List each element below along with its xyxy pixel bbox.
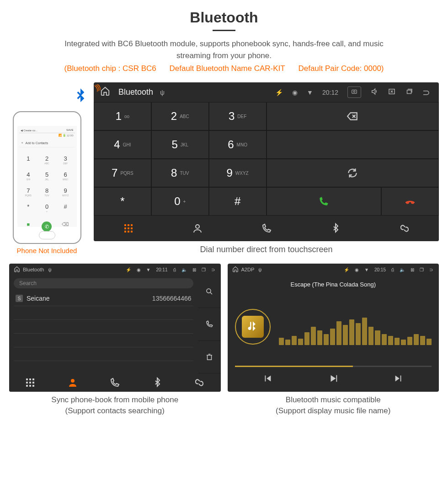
- viz-bar: [304, 332, 309, 345]
- home-icon[interactable]: [100, 86, 110, 98]
- music-note-icon: [242, 316, 264, 338]
- svg-rect-16: [29, 378, 31, 380]
- music-status-bar: A2DP ψ ⚡ ◉ ▼ 20:15 ⎙ 🔈 ⊠ ❐ ⊃: [228, 264, 439, 276]
- recent-apps-icon[interactable]: ❐: [420, 267, 424, 272]
- nav-call-log[interactable]: [94, 373, 136, 392]
- viz-bar: [349, 319, 354, 345]
- camera-icon[interactable]: [347, 86, 361, 98]
- nav-keypad[interactable]: [9, 373, 52, 392]
- volume-icon[interactable]: [370, 87, 379, 97]
- svg-rect-11: [128, 231, 129, 232]
- svg-rect-12: [131, 231, 133, 232]
- nav-keypad[interactable]: [94, 216, 163, 241]
- viz-bar: [343, 325, 348, 345]
- svg-rect-4: [124, 224, 126, 226]
- key-1[interactable]: 1oo: [94, 102, 151, 130]
- key-8[interactable]: 8TUV: [151, 159, 209, 187]
- play-pause-button[interactable]: [328, 373, 338, 385]
- volume-icon[interactable]: 🔈: [400, 267, 405, 272]
- phone-header-save: SAVE: [66, 129, 74, 132]
- phone-status-icons: 📶 🔋 12:00: [19, 133, 75, 139]
- phone-caption: Phone Not Included: [9, 247, 85, 254]
- prev-track-button[interactable]: [262, 373, 272, 385]
- camera-icon[interactable]: ⎙: [173, 267, 176, 272]
- svg-rect-5: [128, 224, 129, 226]
- side-delete-icon[interactable]: [198, 341, 221, 373]
- nav-contacts[interactable]: [163, 216, 232, 241]
- key-6[interactable]: 6MNO: [209, 130, 267, 159]
- phone-action-video: ■: [19, 219, 38, 234]
- key-2[interactable]: 2ABC: [151, 102, 209, 130]
- side-search-icon[interactable]: [198, 276, 221, 308]
- nav-call-log[interactable]: [232, 216, 301, 241]
- key-0[interactable]: 0+: [151, 187, 209, 216]
- home-icon[interactable]: [14, 266, 20, 273]
- nav-bluetooth[interactable]: [301, 216, 370, 241]
- side-call-icon[interactable]: [198, 308, 221, 340]
- recent-apps-icon[interactable]: ❐: [202, 267, 206, 272]
- refresh-button[interactable]: [267, 159, 439, 187]
- contact-row[interactable]: S Seicane 13566664466: [14, 291, 193, 306]
- back-icon[interactable]: ⊃: [422, 87, 430, 98]
- nav-pair[interactable]: [370, 216, 439, 241]
- call-button[interactable]: [267, 187, 382, 216]
- close-app-icon[interactable]: ⊠: [192, 267, 196, 272]
- key-#[interactable]: #: [209, 187, 267, 216]
- phone-mockup-column: ◀ Create co... SAVE 📶 🔋 12:00 ＋Add to Co…: [9, 111, 85, 254]
- recent-apps-icon[interactable]: [405, 87, 413, 97]
- app-name: Bluetooth: [23, 267, 44, 272]
- backspace-button[interactable]: [267, 102, 439, 130]
- wifi-icon: ▼: [364, 267, 369, 272]
- progress-bar[interactable]: [235, 366, 432, 367]
- key-3[interactable]: 3DEF: [209, 102, 267, 130]
- bluetooth-icon: [71, 87, 90, 109]
- phone-key: 4GHI: [19, 168, 38, 184]
- specs-line: (Bluetooth chip : CSR BC6 Default Blueto…: [9, 64, 439, 73]
- nav-contacts[interactable]: [52, 373, 94, 392]
- svg-rect-3: [407, 90, 411, 94]
- svg-rect-8: [128, 227, 129, 229]
- phone-key: 8TUV: [37, 184, 56, 200]
- phone-key: 5JKL: [37, 168, 56, 184]
- close-app-icon[interactable]: [388, 87, 396, 97]
- viz-bar: [356, 323, 361, 345]
- nav-pair[interactable]: [178, 373, 221, 392]
- visualizer: [279, 308, 432, 345]
- key-7[interactable]: 7PQRS: [94, 159, 151, 187]
- svg-rect-20: [32, 382, 34, 384]
- spec-chip: (Bluetooth chip : CSR BC6: [64, 64, 156, 73]
- header-section: Bluetooth Integrated with BC6 Bluetooth …: [9, 9, 439, 73]
- next-track-button[interactable]: [394, 373, 404, 385]
- main-status-bar: Bluetooth ψ ⚡ ◉ ▼ 20:12 ⊃: [94, 82, 439, 102]
- home-icon[interactable]: [232, 266, 239, 273]
- spec-name: Default Bluetooth Name CAR-KIT: [169, 64, 285, 73]
- phone-home-button: [39, 231, 55, 239]
- svg-point-24: [71, 379, 75, 383]
- volume-icon[interactable]: 🔈: [181, 267, 187, 272]
- camera-icon[interactable]: ⎙: [391, 267, 394, 272]
- svg-rect-22: [29, 385, 31, 387]
- wifi-icon: ▼: [307, 89, 313, 96]
- end-call-button[interactable]: [381, 187, 439, 216]
- empty-row: [14, 320, 193, 334]
- album-art-circle: [235, 309, 271, 345]
- app-name: A2DP: [241, 267, 255, 272]
- nav-bluetooth[interactable]: [136, 373, 179, 392]
- phone-key: #: [56, 200, 75, 216]
- key-*[interactable]: *: [94, 187, 151, 216]
- phone-key: 7PQRS: [19, 184, 38, 200]
- viz-bar: [311, 327, 316, 345]
- back-icon[interactable]: ⊃: [211, 267, 215, 272]
- viz-bar: [395, 338, 400, 345]
- phone-action-delete: ⌫: [56, 219, 75, 234]
- key-5[interactable]: 5JKL: [151, 130, 209, 159]
- music-panel: A2DP ψ ⚡ ◉ ▼ 20:15 ⎙ 🔈 ⊠ ❐ ⊃ Escape (The…: [228, 264, 439, 416]
- close-app-icon[interactable]: ⊠: [411, 267, 414, 272]
- svg-rect-15: [26, 378, 28, 380]
- key-4[interactable]: 4GHI: [94, 130, 151, 159]
- viz-bar: [414, 334, 419, 345]
- key-9[interactable]: 9WXYZ: [209, 159, 267, 187]
- back-icon[interactable]: ⊃: [429, 267, 433, 272]
- viz-bar: [420, 336, 425, 345]
- search-input[interactable]: Search: [14, 278, 193, 288]
